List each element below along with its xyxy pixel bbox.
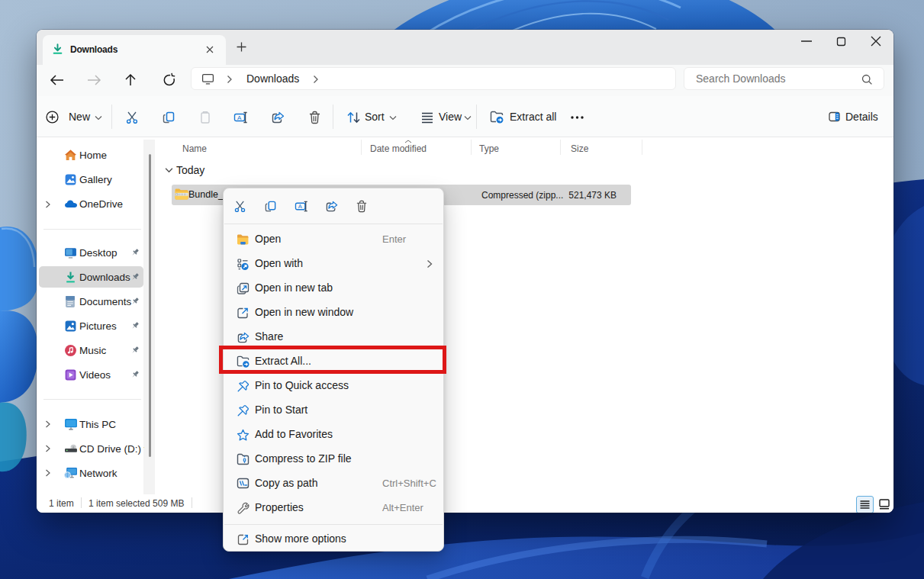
svg-text:A: A <box>298 203 303 210</box>
svg-text:A: A <box>237 114 242 121</box>
